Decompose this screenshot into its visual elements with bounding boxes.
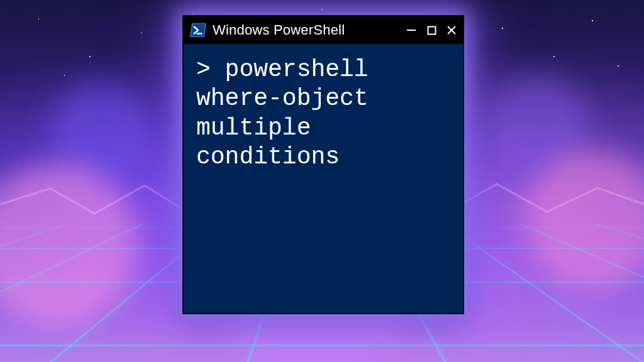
close-button[interactable] [445, 24, 458, 36]
terminal-body[interactable]: > powershell where-object multiple condi… [184, 44, 463, 313]
titlebar[interactable]: Windows PowerShell [184, 16, 463, 44]
window-title: Windows PowerShell [213, 22, 399, 38]
window-controls [405, 24, 458, 36]
maximize-button[interactable] [425, 24, 438, 36]
powershell-icon [190, 23, 206, 38]
powershell-window[interactable]: Windows PowerShell > powershell where-ob… [182, 15, 464, 314]
prompt-symbol: > [196, 56, 225, 83]
svg-rect-2 [428, 26, 435, 34]
minimize-button[interactable] [405, 24, 418, 36]
